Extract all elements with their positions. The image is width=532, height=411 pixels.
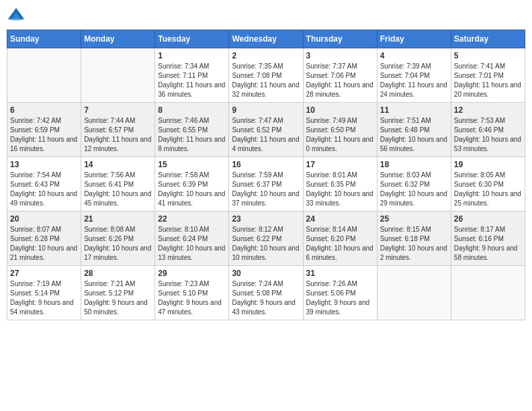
day-number: 7 <box>84 105 152 115</box>
day-info: Sunrise: 7:37 AM Sunset: 7:06 PM Dayligh… <box>306 62 374 99</box>
day-info: Sunrise: 7:44 AM Sunset: 6:57 PM Dayligh… <box>84 116 152 154</box>
calendar-cell: 17Sunrise: 8:01 AM Sunset: 6:35 PM Dayli… <box>303 157 377 212</box>
calendar-cell: 1Sunrise: 7:34 AM Sunset: 7:11 PM Daylig… <box>155 48 229 103</box>
calendar-cell: 2Sunrise: 7:35 AM Sunset: 7:08 PM Daylig… <box>229 48 303 103</box>
calendar-week-row: 27Sunrise: 7:19 AM Sunset: 5:14 PM Dayli… <box>7 266 525 320</box>
day-number: 19 <box>454 160 522 169</box>
calendar-week-row: 13Sunrise: 7:54 AM Sunset: 6:43 PM Dayli… <box>7 157 525 212</box>
day-number: 6 <box>10 105 78 115</box>
day-info: Sunrise: 7:47 AM Sunset: 6:52 PM Dayligh… <box>232 116 300 154</box>
weekday-header: Friday <box>377 30 451 48</box>
calendar-cell: 6Sunrise: 7:42 AM Sunset: 6:59 PM Daylig… <box>7 103 81 157</box>
day-number: 16 <box>232 160 300 169</box>
day-number: 27 <box>10 269 78 278</box>
calendar-week-row: 20Sunrise: 8:07 AM Sunset: 6:28 PM Dayli… <box>7 212 525 266</box>
day-number: 22 <box>158 214 226 224</box>
calendar-cell: 4Sunrise: 7:39 AM Sunset: 7:04 PM Daylig… <box>377 48 451 103</box>
day-number: 23 <box>232 214 300 224</box>
day-info: Sunrise: 7:46 AM Sunset: 6:55 PM Dayligh… <box>158 116 226 154</box>
day-number: 9 <box>232 105 300 115</box>
day-number: 3 <box>306 51 374 60</box>
calendar-cell: 5Sunrise: 7:41 AM Sunset: 7:01 PM Daylig… <box>451 48 525 103</box>
day-number: 28 <box>84 269 152 278</box>
calendar-cell: 28Sunrise: 7:21 AM Sunset: 5:12 PM Dayli… <box>81 266 155 320</box>
calendar-cell: 15Sunrise: 7:58 AM Sunset: 6:39 PM Dayli… <box>155 157 229 212</box>
page-header <box>7 7 525 26</box>
day-number: 10 <box>306 105 374 115</box>
day-number: 30 <box>232 269 300 278</box>
calendar-cell: 18Sunrise: 8:03 AM Sunset: 6:32 PM Dayli… <box>377 157 451 212</box>
day-info: Sunrise: 8:05 AM Sunset: 6:30 PM Dayligh… <box>454 171 522 208</box>
calendar-week-row: 6Sunrise: 7:42 AM Sunset: 6:59 PM Daylig… <box>7 103 525 157</box>
calendar-cell: 19Sunrise: 8:05 AM Sunset: 6:30 PM Dayli… <box>451 157 525 212</box>
weekday-header: Sunday <box>7 30 81 48</box>
calendar-cell: 21Sunrise: 8:08 AM Sunset: 6:26 PM Dayli… <box>81 212 155 266</box>
day-number: 17 <box>306 160 374 169</box>
calendar-cell: 20Sunrise: 8:07 AM Sunset: 6:28 PM Dayli… <box>7 212 81 266</box>
day-number: 29 <box>158 269 226 278</box>
day-info: Sunrise: 7:41 AM Sunset: 7:01 PM Dayligh… <box>454 62 522 99</box>
weekday-header: Wednesday <box>229 30 303 48</box>
calendar-week-row: 1Sunrise: 7:34 AM Sunset: 7:11 PM Daylig… <box>7 48 525 103</box>
day-number: 2 <box>232 51 300 60</box>
day-number: 1 <box>158 51 226 60</box>
day-info: Sunrise: 8:15 AM Sunset: 6:18 PM Dayligh… <box>380 225 448 263</box>
calendar-cell <box>377 266 451 320</box>
calendar-cell: 31Sunrise: 7:26 AM Sunset: 5:06 PM Dayli… <box>303 266 377 320</box>
calendar-cell: 9Sunrise: 7:47 AM Sunset: 6:52 PM Daylig… <box>229 103 303 157</box>
calendar-cell <box>7 48 81 103</box>
day-number: 21 <box>84 214 152 224</box>
calendar-cell: 30Sunrise: 7:24 AM Sunset: 5:08 PM Dayli… <box>229 266 303 320</box>
day-info: Sunrise: 7:19 AM Sunset: 5:14 PM Dayligh… <box>10 279 78 317</box>
day-number: 5 <box>454 51 522 60</box>
day-info: Sunrise: 7:51 AM Sunset: 6:48 PM Dayligh… <box>380 116 448 154</box>
calendar-cell: 3Sunrise: 7:37 AM Sunset: 7:06 PM Daylig… <box>303 48 377 103</box>
day-number: 15 <box>158 160 226 169</box>
calendar-cell: 24Sunrise: 8:14 AM Sunset: 6:20 PM Dayli… <box>303 212 377 266</box>
calendar-cell: 10Sunrise: 7:49 AM Sunset: 6:50 PM Dayli… <box>303 103 377 157</box>
calendar-cell <box>81 48 155 103</box>
calendar-cell: 14Sunrise: 7:56 AM Sunset: 6:41 PM Dayli… <box>81 157 155 212</box>
calendar-cell: 8Sunrise: 7:46 AM Sunset: 6:55 PM Daylig… <box>155 103 229 157</box>
calendar-cell: 26Sunrise: 8:17 AM Sunset: 6:16 PM Dayli… <box>451 212 525 266</box>
day-info: Sunrise: 8:07 AM Sunset: 6:28 PM Dayligh… <box>10 225 78 263</box>
day-info: Sunrise: 7:23 AM Sunset: 5:10 PM Dayligh… <box>158 279 226 317</box>
day-number: 24 <box>306 214 374 224</box>
calendar-cell <box>451 266 525 320</box>
day-number: 13 <box>10 160 78 169</box>
day-info: Sunrise: 7:24 AM Sunset: 5:08 PM Dayligh… <box>232 279 300 317</box>
day-info: Sunrise: 7:26 AM Sunset: 5:06 PM Dayligh… <box>306 279 374 317</box>
day-info: Sunrise: 8:01 AM Sunset: 6:35 PM Dayligh… <box>306 171 374 208</box>
day-info: Sunrise: 7:49 AM Sunset: 6:50 PM Dayligh… <box>306 116 374 154</box>
day-info: Sunrise: 8:08 AM Sunset: 6:26 PM Dayligh… <box>84 225 152 263</box>
weekday-header-row: SundayMondayTuesdayWednesdayThursdayFrid… <box>7 30 525 48</box>
day-number: 18 <box>380 160 448 169</box>
day-number: 20 <box>10 214 78 224</box>
weekday-header: Tuesday <box>155 30 229 48</box>
logo <box>7 7 28 26</box>
calendar-cell: 11Sunrise: 7:51 AM Sunset: 6:48 PM Dayli… <box>377 103 451 157</box>
calendar-cell: 22Sunrise: 8:10 AM Sunset: 6:24 PM Dayli… <box>155 212 229 266</box>
day-info: Sunrise: 8:10 AM Sunset: 6:24 PM Dayligh… <box>158 225 226 263</box>
day-info: Sunrise: 7:21 AM Sunset: 5:12 PM Dayligh… <box>84 279 152 317</box>
day-info: Sunrise: 7:59 AM Sunset: 6:37 PM Dayligh… <box>232 171 300 208</box>
day-info: Sunrise: 7:58 AM Sunset: 6:39 PM Dayligh… <box>158 171 226 208</box>
day-info: Sunrise: 7:39 AM Sunset: 7:04 PM Dayligh… <box>380 62 448 99</box>
day-info: Sunrise: 8:12 AM Sunset: 6:22 PM Dayligh… <box>232 225 300 263</box>
day-info: Sunrise: 7:34 AM Sunset: 7:11 PM Dayligh… <box>158 62 226 99</box>
calendar-cell: 29Sunrise: 7:23 AM Sunset: 5:10 PM Dayli… <box>155 266 229 320</box>
day-info: Sunrise: 8:14 AM Sunset: 6:20 PM Dayligh… <box>306 225 374 263</box>
calendar-cell: 25Sunrise: 8:15 AM Sunset: 6:18 PM Dayli… <box>377 212 451 266</box>
day-info: Sunrise: 7:56 AM Sunset: 6:41 PM Dayligh… <box>84 171 152 208</box>
calendar-cell: 12Sunrise: 7:53 AM Sunset: 6:46 PM Dayli… <box>451 103 525 157</box>
calendar-cell: 7Sunrise: 7:44 AM Sunset: 6:57 PM Daylig… <box>81 103 155 157</box>
calendar-table: SundayMondayTuesdayWednesdayThursdayFrid… <box>7 30 525 320</box>
day-number: 11 <box>380 105 448 115</box>
calendar-cell: 27Sunrise: 7:19 AM Sunset: 5:14 PM Dayli… <box>7 266 81 320</box>
calendar-cell: 16Sunrise: 7:59 AM Sunset: 6:37 PM Dayli… <box>229 157 303 212</box>
day-number: 25 <box>380 214 448 224</box>
weekday-header: Monday <box>81 30 155 48</box>
day-number: 31 <box>306 269 374 278</box>
calendar-cell: 13Sunrise: 7:54 AM Sunset: 6:43 PM Dayli… <box>7 157 81 212</box>
day-info: Sunrise: 8:17 AM Sunset: 6:16 PM Dayligh… <box>454 225 522 263</box>
